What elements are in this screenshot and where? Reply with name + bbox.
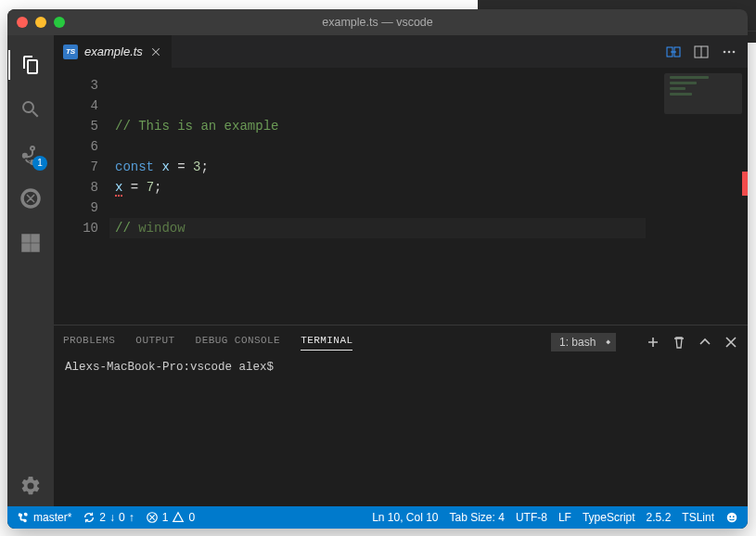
- code-line[interactable]: // This is an example: [115, 116, 748, 136]
- scm-badge: 1: [32, 156, 47, 171]
- typescript-file-icon: TS: [63, 45, 78, 59]
- code-content[interactable]: // This is an example const x = 3;x = 7;…: [109, 68, 748, 325]
- svg-point-5: [728, 50, 731, 53]
- close-icon[interactable]: [149, 45, 162, 58]
- activity-settings[interactable]: [8, 466, 53, 506]
- line-gutter: 345678910: [54, 68, 109, 325]
- editor-tab[interactable]: TS example.ts: [54, 35, 173, 68]
- terminal-prompt: Alexs-MacBook-Pro:vscode alex$: [65, 361, 274, 374]
- tab-label: example.ts: [84, 45, 143, 58]
- compare-changes-icon[interactable]: [666, 45, 681, 59]
- svg-point-10: [733, 516, 735, 517]
- line-number: 5: [54, 116, 98, 136]
- smiley-icon: [725, 511, 738, 524]
- maximize-panel-icon[interactable]: [698, 335, 712, 350]
- line-number: 9: [54, 198, 98, 218]
- split-editor-icon[interactable]: [694, 45, 709, 59]
- traffic-lights: [17, 17, 65, 28]
- line-number: 6: [54, 136, 98, 157]
- activity-debug[interactable]: [8, 178, 53, 219]
- more-icon[interactable]: [722, 45, 737, 59]
- window-title: example.ts — vscode: [7, 16, 748, 29]
- search-icon: [19, 98, 42, 121]
- panel-tab-terminal[interactable]: TERMINAL: [301, 335, 352, 351]
- close-panel-icon[interactable]: [724, 335, 738, 350]
- status-encoding[interactable]: UTF-8: [516, 511, 547, 524]
- files-icon: [19, 54, 42, 76]
- vscode-window: example.ts — vscode 1: [7, 9, 748, 529]
- close-window-icon[interactable]: [17, 17, 28, 28]
- bug-icon: [19, 187, 42, 210]
- svg-point-4: [724, 50, 726, 53]
- code-line[interactable]: [115, 75, 748, 96]
- line-number: 4: [54, 96, 98, 116]
- editor-actions: [655, 35, 748, 68]
- status-feedback[interactable]: [725, 511, 738, 524]
- minimize-window-icon[interactable]: [35, 17, 46, 28]
- line-number: 8: [54, 177, 98, 198]
- panel-tab-output[interactable]: OUTPUT: [135, 335, 174, 350]
- line-number: 3: [54, 75, 98, 96]
- status-ts-version[interactable]: 2.5.2: [647, 511, 672, 524]
- terminal-selector[interactable]: 1: bash: [551, 333, 616, 351]
- svg-point-8: [727, 513, 737, 523]
- status-bar: master* 2↓ 0↑ 1 0 Ln 10, Col 10 Tab Size…: [7, 506, 748, 529]
- activity-search[interactable]: [8, 89, 53, 130]
- activity-bar: 1: [7, 35, 54, 506]
- extensions-icon: [19, 232, 42, 254]
- status-branch[interactable]: master*: [17, 511, 71, 524]
- error-overview-marker[interactable]: [742, 172, 748, 196]
- error-icon: [146, 511, 159, 524]
- warning-icon: [172, 511, 185, 524]
- svg-point-9: [729, 516, 731, 517]
- terminal[interactable]: Alexs-MacBook-Pro:vscode alex$: [54, 355, 748, 506]
- status-sync[interactable]: 2↓ 0↑: [83, 511, 134, 524]
- status-eol[interactable]: LF: [558, 511, 571, 524]
- activity-extensions[interactable]: [8, 223, 53, 263]
- new-terminal-icon[interactable]: [646, 335, 660, 350]
- code-line[interactable]: const x = 3;: [115, 157, 748, 177]
- kill-terminal-icon[interactable]: [672, 335, 686, 350]
- titlebar[interactable]: example.ts — vscode: [7, 9, 748, 35]
- status-language[interactable]: TypeScript: [583, 511, 635, 524]
- status-linter[interactable]: TSLint: [682, 511, 714, 524]
- svg-point-6: [733, 50, 736, 53]
- activity-scm[interactable]: 1: [8, 134, 53, 174]
- tab-bar: TS example.ts: [54, 35, 748, 68]
- code-line[interactable]: x = 7;: [115, 177, 748, 198]
- minimap[interactable]: [664, 73, 742, 114]
- code-line[interactable]: [115, 96, 748, 116]
- line-number: 10: [54, 218, 98, 238]
- status-position[interactable]: Ln 10, Col 10: [372, 511, 438, 524]
- code-editor[interactable]: 345678910 // This is an example const x …: [54, 68, 748, 506]
- panel-tab-problems[interactable]: PROBLEMS: [63, 335, 115, 350]
- git-branch-icon: [17, 511, 30, 524]
- code-line[interactable]: [115, 198, 748, 218]
- line-number: 7: [54, 157, 98, 177]
- code-line[interactable]: [115, 136, 748, 157]
- gear-icon: [19, 475, 42, 497]
- zoom-window-icon[interactable]: [54, 17, 65, 28]
- code-line[interactable]: // window: [109, 218, 646, 238]
- sync-icon: [83, 511, 96, 524]
- status-tabsize[interactable]: Tab Size: 4: [450, 511, 505, 524]
- activity-explorer[interactable]: [8, 45, 53, 85]
- panel-tab-debug[interactable]: DEBUG CONSOLE: [196, 335, 281, 350]
- bottom-panel: PROBLEMS OUTPUT DEBUG CONSOLE TERMINAL 1…: [54, 325, 748, 506]
- status-problems[interactable]: 1 0: [146, 511, 195, 524]
